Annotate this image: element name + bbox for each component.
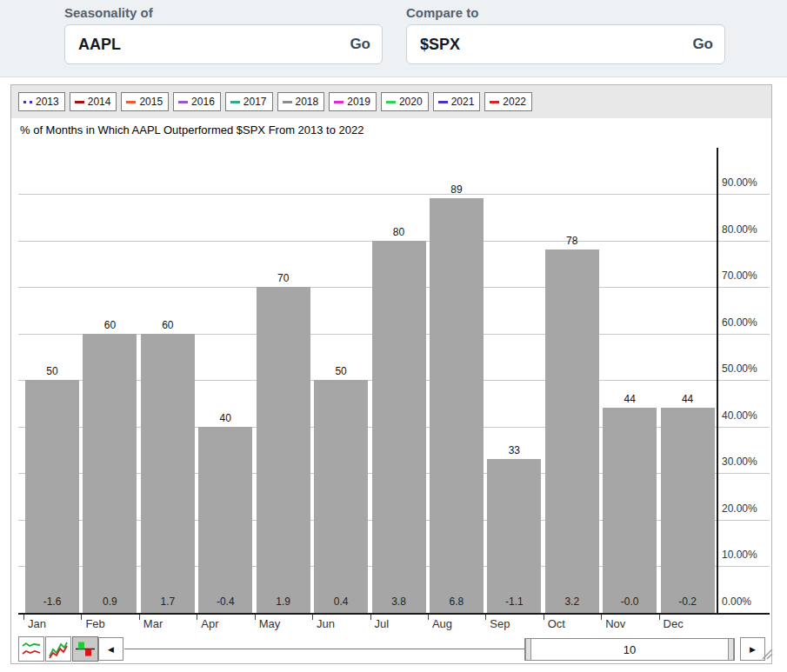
x-tick-label: Mar <box>143 617 163 630</box>
overlay-chart-mode-button[interactable] <box>45 636 71 662</box>
dash-line-swatch <box>490 101 499 103</box>
dash-line-swatch <box>126 101 136 103</box>
x-tick-label: Aug <box>432 617 452 630</box>
legend-year-label: 2017 <box>243 96 267 108</box>
bar-Nov[interactable] <box>603 408 657 613</box>
slider-thumb[interactable]: 10 <box>524 638 735 661</box>
scroll-left-button[interactable]: ◀ <box>98 637 123 661</box>
legend-year-2022[interactable]: 2022 <box>484 92 532 111</box>
legend-year-2018[interactable]: 2018 <box>277 92 325 111</box>
dotted-line-swatch <box>23 101 32 103</box>
bar-value-label: 78 <box>545 235 599 247</box>
bar-Mar[interactable] <box>141 334 195 613</box>
seasonality-input[interactable] <box>77 35 350 55</box>
x-tick-label: Sep <box>490 617 510 630</box>
legend-year-label: 2014 <box>88 96 111 108</box>
bar-value-label: 70 <box>257 272 310 284</box>
bars-chart-icon <box>75 639 96 660</box>
x-tick-label: Dec <box>664 617 684 630</box>
bar-Feb[interactable] <box>83 334 137 613</box>
compare-field-box: Go <box>406 24 725 64</box>
y-tick-label: 20.00% <box>722 502 757 515</box>
legend-year-label: 2013 <box>36 96 59 108</box>
legend-year-2021[interactable]: 2021 <box>433 92 481 111</box>
overlay-lines-chart-icon <box>48 639 69 660</box>
dash-line-swatch <box>178 101 188 103</box>
dash-line-swatch <box>438 101 448 103</box>
two-lines-chart-icon <box>21 639 42 660</box>
legend-year-label: 2022 <box>503 96 526 108</box>
x-tick-label: Feb <box>85 617 104 630</box>
legend-year-2013[interactable]: 2013 <box>18 92 65 111</box>
x-axis-line <box>18 613 770 615</box>
bar-Apr[interactable] <box>198 427 252 613</box>
dash-line-swatch <box>386 101 396 103</box>
bar-bottom-label: 1.7 <box>141 595 195 608</box>
compare-label: Compare to <box>406 5 725 20</box>
bar-value-label: 80 <box>372 226 426 238</box>
dash-line-swatch <box>75 101 84 103</box>
x-tick-label: Nov <box>605 617 625 630</box>
bar-Aug[interactable] <box>430 198 484 613</box>
bar-May[interactable] <box>257 287 310 613</box>
bar-bottom-label: 0.9 <box>83 595 137 608</box>
bar-Jan[interactable] <box>25 380 79 613</box>
y-tick-label: 0.00% <box>722 595 751 608</box>
x-tick-label: Jul <box>375 617 390 630</box>
bar-value-label: 44 <box>661 393 715 405</box>
bar-value-label: 44 <box>603 393 657 405</box>
bar-bottom-label: 1.9 <box>257 595 310 608</box>
bar-value-label: 60 <box>141 319 195 331</box>
line-chart-mode-button[interactable] <box>18 636 44 662</box>
bar-value-label: 50 <box>25 365 79 377</box>
seasonality-field-group: Seasonality of Go <box>64 5 383 64</box>
slider-track[interactable] <box>124 649 524 649</box>
bar-Jul[interactable] <box>372 241 426 613</box>
bar-value-label: 33 <box>487 444 541 456</box>
chart-title: % of Months in Which AAPL Outperformed $… <box>20 123 364 136</box>
legend-year-2017[interactable]: 2017 <box>225 92 273 111</box>
legend-year-2014[interactable]: 2014 <box>70 92 117 111</box>
legend-year-2019[interactable]: 2019 <box>329 92 377 111</box>
dash-line-swatch <box>283 101 292 103</box>
thumb-right-grip <box>728 639 734 660</box>
bar-Jun[interactable] <box>314 380 368 613</box>
bar-Dec[interactable] <box>661 408 715 613</box>
legend-year-label: 2015 <box>139 96 163 108</box>
legend-year-2015[interactable]: 2015 <box>121 92 169 111</box>
bar-chart-mode-button[interactable] <box>72 636 98 662</box>
x-tick-label: Apr <box>201 617 218 630</box>
bar-bottom-label: -0.0 <box>603 595 657 608</box>
compare-input[interactable] <box>418 35 692 55</box>
legend-year-label: 2016 <box>191 96 215 108</box>
x-tick-label: May <box>259 617 281 630</box>
resize-handle[interactable] <box>758 645 774 661</box>
seasonality-go-button[interactable]: Go <box>350 36 370 53</box>
thumb-left-grip <box>525 639 531 660</box>
bar-Oct[interactable] <box>545 250 599 613</box>
compare-go-button[interactable]: Go <box>692 36 713 53</box>
y-tick-label: 40.00% <box>722 409 757 422</box>
legend-year-2020[interactable]: 2020 <box>381 92 429 111</box>
gridline-90 <box>18 194 770 195</box>
bar-value-label: 89 <box>430 183 484 196</box>
legend-year-label: 2019 <box>347 96 370 108</box>
bar-value-label: 40 <box>198 412 252 424</box>
y-tick-label: 70.00% <box>722 269 757 282</box>
header: Seasonality of Go Compare to Go <box>0 0 787 77</box>
y-tick-label: 60.00% <box>722 316 757 329</box>
bar-value-label: 50 <box>314 365 368 377</box>
dash-line-swatch <box>230 101 240 103</box>
y-tick-label: 30.00% <box>722 456 757 468</box>
x-tick-label: Jan <box>28 617 46 630</box>
bar-bottom-label: -1.1 <box>487 595 541 608</box>
compare-field-group: Compare to Go <box>406 5 725 64</box>
bar-bottom-label: -0.4 <box>198 595 252 608</box>
bar-Sep[interactable] <box>487 459 541 613</box>
legend-year-label: 2018 <box>296 96 319 108</box>
bar-bottom-label: 3.8 <box>372 595 426 608</box>
bar-bottom-label: -0.2 <box>661 595 715 608</box>
dash-line-swatch <box>334 101 343 103</box>
legend-year-2016[interactable]: 2016 <box>173 92 221 111</box>
legend-year-label: 2020 <box>399 96 423 108</box>
